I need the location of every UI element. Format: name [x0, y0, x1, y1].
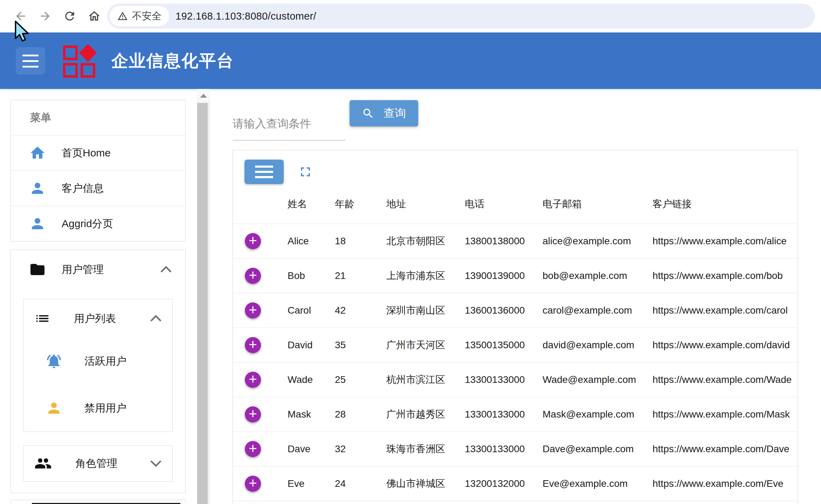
search-input[interactable]	[233, 107, 345, 140]
sidebar-role-management-card: 角色管理	[23, 445, 173, 482]
cell-expander: +	[233, 268, 288, 284]
cell-link: https://www.example.com/bob	[653, 270, 798, 281]
expand-row-button[interactable]: +	[245, 372, 261, 388]
logo-diamond	[81, 46, 95, 60]
url-text: 192.168.1.103:8080/customer/	[175, 10, 316, 22]
app-header: 企业信息化平台	[0, 33, 821, 89]
expand-row-button[interactable]: +	[245, 302, 261, 318]
cell-link: https://www.example.com/david	[653, 340, 798, 351]
sidebar-item-label: 活跃用户	[84, 354, 126, 369]
sidebar-item-disabled-users[interactable]: 禁用用户	[24, 385, 172, 432]
chevron-down-icon[interactable]	[150, 460, 162, 467]
expand-row-button[interactable]: +	[245, 476, 261, 492]
sidebar-item-home[interactable]: 首页Home	[11, 135, 185, 171]
sidebar-toggle-button[interactable]	[16, 47, 45, 75]
table-row[interactable]: + Alice 18 北京市朝阳区 13800138000 alice@exam…	[233, 224, 798, 258]
reload-icon[interactable]	[63, 9, 76, 23]
table-row[interactable]: + Mask 28 广州市越秀区 13300133000 Mask@exampl…	[233, 397, 798, 432]
cell-phone: 13500135000	[465, 340, 543, 351]
plus-icon: +	[249, 268, 257, 282]
warning-icon	[117, 11, 128, 21]
cell-phone: 13300133000	[465, 443, 543, 455]
cell-name: David	[288, 340, 335, 351]
cell-address: 杭州市滨江区	[386, 373, 465, 386]
table-row[interactable]: + Wade 25 杭州市滨江区 13300133000 Wade@exampl…	[233, 362, 798, 397]
query-button-label: 查询	[384, 106, 406, 121]
fullscreen-icon[interactable]	[298, 164, 313, 180]
sidebar-menu-card: 菜单 首页Home 客户信息 Aggrid分页	[11, 100, 186, 241]
sidebar-group-user-management[interactable]: 用户管理	[11, 250, 185, 289]
cell-phone: 13300133000	[465, 409, 543, 420]
mouse-cursor	[13, 20, 31, 43]
logo-square-3	[81, 63, 95, 78]
forward-icon[interactable]	[39, 9, 52, 23]
expand-row-button[interactable]: +	[245, 337, 261, 353]
cell-link: https://www.example.com/Wade	[653, 374, 798, 385]
url-bar[interactable]: 不安全 192.168.1.103:8080/customer/	[107, 4, 815, 29]
expand-row-button[interactable]: +	[245, 233, 261, 249]
table-header-row: 姓名 年龄 地址 电话 电子邮箱 客户链接	[233, 184, 798, 224]
chevron-up-icon[interactable]	[150, 315, 162, 322]
column-header: 电话	[465, 197, 543, 211]
table-row[interactable]: + Eve 24 佛山市禅城区 13200132000 Eve@example.…	[233, 466, 798, 501]
cell-name: Bob	[288, 270, 335, 281]
app-title: 企业信息化平台	[111, 50, 234, 72]
table-row[interactable]: + Bob 21 上海市浦东区 13900139000 bob@example.…	[233, 258, 798, 293]
cell-expander: +	[233, 441, 288, 457]
customer-table-card: 姓名 年龄 地址 电话 电子邮箱 客户链接 + Alice 18 北京市朝阳区 …	[233, 150, 798, 504]
cell-email: carol@example.com	[543, 305, 653, 316]
cell-age: 35	[335, 340, 386, 351]
up-arrow-icon	[200, 94, 207, 98]
table-row[interactable]: + Dave 32 珠海市香洲区 13300133000 Dave@exampl…	[233, 432, 798, 466]
cell-email: Mask@example.com	[543, 409, 653, 420]
sidebar-item-active-users[interactable]: 活跃用户	[24, 338, 172, 385]
sidebar-item-aggrid-paging[interactable]: Aggrid分页	[11, 206, 185, 241]
cell-phone: 13900139000	[465, 270, 543, 281]
cell-email: alice@example.com	[543, 236, 653, 247]
cell-link: https://www.example.com/Dave	[653, 443, 798, 455]
expand-row-button[interactable]: +	[245, 406, 261, 422]
scrollbar-thumb[interactable]	[197, 103, 208, 504]
cell-address: 上海市浦东区	[386, 269, 465, 282]
sidebar-group-label: 用户列表	[74, 312, 116, 326]
browser-home-icon[interactable]	[88, 9, 101, 23]
sidebar-group-user-list[interactable]: 用户列表	[24, 299, 172, 338]
plus-icon: +	[249, 233, 257, 247]
group-icon	[34, 455, 52, 472]
cell-link: https://www.example.com/Mask	[653, 409, 798, 420]
query-button[interactable]: 查询	[350, 100, 418, 126]
cell-email: Wade@example.com	[543, 374, 653, 385]
sidebar-group-label: 用户管理	[62, 262, 104, 277]
security-chip[interactable]: 不安全	[110, 6, 169, 26]
cell-age: 24	[335, 478, 386, 489]
table-menu-button[interactable]	[244, 160, 284, 184]
cell-age: 25	[335, 374, 386, 385]
chevron-up-icon[interactable]	[160, 266, 172, 273]
cell-email: Eve@example.com	[543, 478, 653, 489]
cell-address: 广州市天河区	[386, 338, 465, 352]
table-row-partial[interactable]: +	[233, 501, 798, 504]
column-header: 地址	[386, 197, 465, 211]
cell-age: 18	[335, 236, 386, 247]
sidebar-scrollbar[interactable]	[197, 89, 210, 504]
column-header: 电子邮箱	[543, 197, 653, 211]
sidebar-item-customer-info[interactable]: 客户信息	[11, 171, 185, 206]
sidebar-group-role-management[interactable]: 角色管理	[24, 446, 172, 481]
table-row[interactable]: + Carol 42 深圳市南山区 13600136000 carol@exam…	[233, 293, 798, 328]
cell-name: Carol	[288, 305, 335, 316]
sidebar-item-label: Aggrid分页	[62, 217, 113, 231]
expand-row-button[interactable]: +	[245, 441, 261, 457]
table-row[interactable]: + David 35 广州市天河区 13500135000 david@exam…	[233, 328, 798, 362]
scrollbar-up-button[interactable]	[197, 89, 210, 102]
security-label: 不安全	[132, 9, 161, 23]
browser-toolbar: 不安全 192.168.1.103:8080/customer/	[0, 0, 821, 33]
bell-icon	[46, 353, 62, 370]
cell-link: https://www.example.com/alice	[653, 236, 798, 247]
list-icon	[34, 310, 50, 327]
column-header: 姓名	[288, 197, 335, 211]
expand-row-button[interactable]: +	[245, 268, 261, 284]
cell-address: 深圳市南山区	[386, 304, 465, 317]
app-logo	[63, 46, 95, 78]
cell-expander: +	[233, 476, 288, 492]
cell-age: 32	[335, 443, 386, 455]
